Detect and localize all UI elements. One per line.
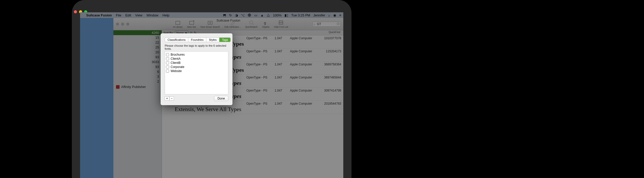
sidebar-row-count: 25 <box>155 45 159 49</box>
macos-menubar: Suitcase Fusion File Edit View Window He… <box>80 12 343 18</box>
airplay-icon[interactable]: ▲ <box>260 13 264 17</box>
menu-help[interactable]: Help <box>162 13 169 17</box>
sidebar-row[interactable]: 93 <box>113 55 162 60</box>
menu-extra-icon[interactable]: ⌥ <box>241 13 245 17</box>
sidebar-row-count: 20 <box>155 50 159 54</box>
done-button[interactable]: Done <box>214 96 228 101</box>
spotlight-icon[interactable]: ⌕ <box>328 13 330 17</box>
sidebar-app-label: Affinity Publisher <box>121 85 146 89</box>
battery-pct[interactable]: 100% <box>273 13 281 17</box>
menu-view[interactable]: View <box>135 13 142 17</box>
font-id: 115204173 <box>318 50 341 53</box>
tag-label: Brochures <box>171 53 185 56</box>
display-icon[interactable]: ▭ <box>254 13 257 17</box>
tag-checkbox[interactable] <box>166 65 169 68</box>
sidebar-row[interactable]: 25 <box>113 45 162 50</box>
tab-foundries[interactable]: Foundries <box>188 38 206 42</box>
dialog-tabs: Classifications Foundries Styles Tags <box>165 37 231 42</box>
tag-label: Website <box>171 69 182 73</box>
menubar-app-name[interactable]: Suitcase Fusion <box>86 13 112 17</box>
sidebar-row[interactable]: 15 <box>113 35 162 40</box>
remove-tag-button[interactable]: − <box>169 96 174 101</box>
font-id: 3697485844 <box>318 76 341 79</box>
add-tag-button[interactable]: + <box>165 96 169 101</box>
font-format: OpenType - PS <box>246 50 272 53</box>
sync-icon[interactable]: ↻ <box>229 13 232 17</box>
tag-list: BrochuresClientAClientBCorporateWebsite <box>165 51 228 94</box>
minimize-icon[interactable] <box>121 23 124 26</box>
tab-tags[interactable]: Tags <box>219 38 230 42</box>
tag-checkbox-row[interactable]: ClientA <box>166 57 227 61</box>
font-foundry: Apple Computer <box>290 36 316 40</box>
titlebar: Suitcase Fusion nt Library New Set New S… <box>113 18 343 30</box>
clock[interactable]: Tue 3:25 PM <box>291 13 310 17</box>
font-format: OpenType - PS <box>246 89 272 92</box>
quickfind-input[interactable]: GT ⓧ <box>313 22 341 27</box>
sidebar-row[interactable]: 22 <box>113 40 162 45</box>
font-format: OpenType - PS <box>246 76 272 79</box>
clear-icon[interactable]: ⓧ <box>337 22 340 26</box>
tag-checkbox[interactable] <box>166 70 169 73</box>
tag-checkbox-row[interactable]: Brochures <box>166 53 227 57</box>
tag-checkbox[interactable] <box>166 61 169 64</box>
quickfind-label: QuickFind <box>329 31 340 34</box>
sidebar-row[interactable]: 3 <box>113 74 162 79</box>
notification-center-icon[interactable]: ≡ <box>339 13 341 17</box>
tag-checkbox[interactable] <box>166 57 169 60</box>
menu-file[interactable]: File <box>116 13 121 17</box>
font-foundry: Apple Computer <box>290 63 316 66</box>
dropbox-icon[interactable]: ⬒ <box>223 13 226 17</box>
wifi-icon[interactable]: ⧋ <box>267 13 270 17</box>
tag-checkbox-row[interactable]: ClientB <box>166 61 227 65</box>
sidebar-row-count: 22 <box>155 41 159 44</box>
sidebar-row-count: 4260 <box>152 31 159 35</box>
sidebar-row-count: 3 <box>157 75 159 78</box>
menu-window[interactable]: Window <box>147 13 158 17</box>
tag-checkbox-row[interactable]: Website <box>166 69 227 73</box>
font-version: 1.047 <box>275 36 287 40</box>
font-foundry: Apple Computer <box>290 50 316 53</box>
font-version: 1.047 <box>275 76 287 79</box>
siri-icon[interactable]: ◉ <box>333 13 336 17</box>
font-id: 2018544783 <box>318 102 341 105</box>
cc-icon[interactable]: ◑ <box>235 13 238 17</box>
battery-icon[interactable]: ▮▯ <box>285 13 288 17</box>
sidebar-row[interactable]: 20 <box>113 50 162 55</box>
search-value: GT <box>317 22 321 26</box>
tab-classifications[interactable]: Classifications <box>165 38 188 42</box>
sidebar-row-count: 2 <box>157 80 159 83</box>
sidebar-row[interactable]: 4260 <box>113 30 162 35</box>
tag-label: ClientB <box>171 61 181 65</box>
font-version: 1.047 <box>275 89 287 92</box>
sidebar-row[interactable]: 93 <box>113 64 162 69</box>
font-format: OpenType - PS <box>246 36 272 40</box>
sidebar-row-count: 6 <box>157 70 159 74</box>
tag-label: ClientA <box>171 57 181 61</box>
font-foundry: Apple Computer <box>290 89 316 92</box>
font-format: OpenType - PS <box>246 63 272 66</box>
device-frame: Suitcase Fusion File Edit View Window He… <box>72 0 352 178</box>
sidebar-row[interactable]: 6 <box>113 69 162 74</box>
sidebar-row[interactable]: 2 <box>113 79 162 84</box>
globe-icon[interactable]: 🌐︎ <box>248 13 251 17</box>
window-traffic-lights <box>113 23 132 26</box>
font-id: 1010377078 <box>318 36 341 40</box>
close-icon <box>74 10 77 13</box>
sidebar-row-count: 15 <box>155 36 159 39</box>
menu-edit[interactable]: Edit <box>125 13 131 17</box>
tag-label: Corporate <box>171 65 184 69</box>
font-id: 3689758364 <box>318 63 341 66</box>
user-name[interactable]: Jennifer <box>313 13 325 17</box>
svg-line-7 <box>252 24 254 25</box>
font-version: 1.047 <box>275 50 287 53</box>
sidebar-row[interactable]: 3033 <box>113 60 162 64</box>
tag-checkbox-row[interactable]: Corporate <box>166 65 227 69</box>
sidebar-row-count: 93 <box>155 65 159 69</box>
sidebar-row-count: 93 <box>155 55 159 59</box>
sidebar-app-affinity[interactable]: Affinity Publisher <box>113 84 162 90</box>
tab-styles[interactable]: Styles <box>206 38 219 42</box>
zoom-icon[interactable] <box>126 23 129 26</box>
close-icon[interactable] <box>116 23 119 26</box>
tag-checkbox[interactable] <box>166 53 169 56</box>
sidebar-row-count: 3033 <box>152 60 159 64</box>
